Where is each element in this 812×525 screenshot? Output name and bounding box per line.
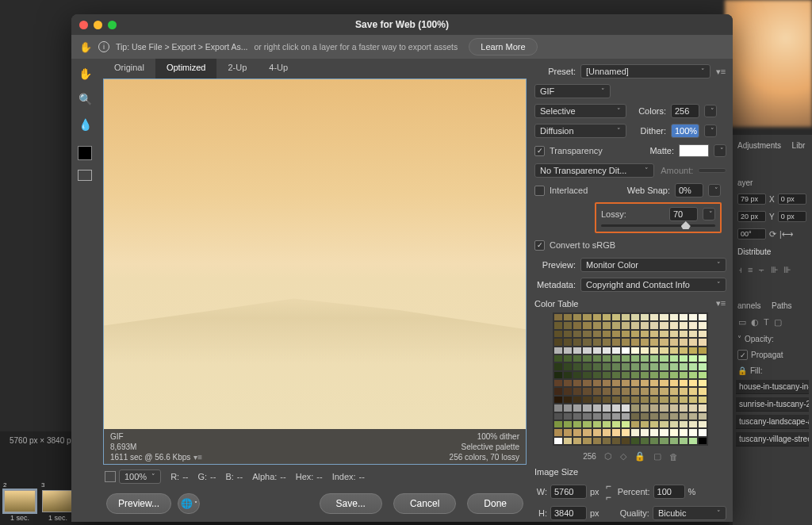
- color-swatch[interactable]: [573, 347, 582, 354]
- color-swatch[interactable]: [630, 347, 640, 354]
- browser-preview-button[interactable]: 🌐˅: [178, 493, 200, 514]
- color-swatch[interactable]: [679, 362, 688, 370]
- color-swatch[interactable]: [553, 387, 563, 395]
- color-swatch[interactable]: [573, 428, 582, 436]
- color-swatch[interactable]: [582, 371, 592, 379]
- color-swatch[interactable]: [688, 420, 698, 428]
- color-swatch[interactable]: [679, 437, 688, 445]
- color-swatch[interactable]: [553, 379, 563, 387]
- color-swatch[interactable]: [649, 404, 659, 412]
- color-swatch[interactable]: [621, 330, 630, 338]
- color-swatch[interactable]: [669, 404, 679, 412]
- color-swatch[interactable]: [630, 354, 640, 362]
- color-swatch[interactable]: [640, 412, 649, 420]
- color-swatch[interactable]: [698, 404, 707, 412]
- color-swatch[interactable]: [573, 404, 582, 412]
- width-input[interactable]: 5760: [550, 485, 587, 499]
- color-swatch[interactable]: [592, 379, 602, 387]
- color-swatch[interactable]: [563, 354, 573, 362]
- layer-item[interactable]: house-in-tuscany-in-th: [736, 380, 809, 394]
- color-swatch[interactable]: [573, 330, 582, 338]
- color-swatch[interactable]: [563, 428, 573, 436]
- hand-tool[interactable]: ✋: [75, 65, 94, 82]
- color-swatch[interactable]: [688, 362, 698, 370]
- color-swatch[interactable]: [688, 354, 698, 362]
- color-swatch[interactable]: [679, 396, 688, 404]
- color-swatch[interactable]: [582, 354, 592, 362]
- color-swatch[interactable]: [679, 420, 688, 428]
- foreground-swatch[interactable]: [78, 146, 92, 160]
- color-swatch[interactable]: [553, 330, 563, 338]
- propagate-check[interactable]: ✓: [737, 350, 748, 360]
- preset-select[interactable]: [Unnamed]˅: [580, 64, 710, 79]
- color-swatch[interactable]: [582, 420, 592, 428]
- color-swatch[interactable]: [630, 396, 640, 404]
- ct-icon[interactable]: ▢: [653, 451, 661, 462]
- color-swatch[interactable]: [630, 338, 640, 346]
- color-swatch[interactable]: [649, 420, 659, 428]
- tab-optimized[interactable]: Optimized: [155, 59, 217, 79]
- color-swatch[interactable]: [640, 404, 649, 412]
- color-swatch[interactable]: [669, 396, 679, 404]
- tab-2up[interactable]: 2-Up: [216, 59, 258, 79]
- color-swatch[interactable]: [573, 321, 582, 329]
- color-swatch[interactable]: [611, 379, 621, 387]
- ct-icon[interactable]: ◇: [620, 451, 626, 462]
- color-swatch[interactable]: [649, 396, 659, 404]
- color-swatch[interactable]: [649, 387, 659, 395]
- color-swatch[interactable]: [563, 420, 573, 428]
- color-swatch[interactable]: [640, 420, 649, 428]
- color-swatch[interactable]: [688, 428, 698, 436]
- color-swatch[interactable]: [611, 313, 621, 321]
- color-swatch[interactable]: [698, 354, 707, 362]
- color-swatch[interactable]: [630, 362, 640, 370]
- color-swatch[interactable]: [582, 362, 592, 370]
- layer-item[interactable]: tuscany-landscape-at-: [736, 415, 809, 429]
- color-swatch[interactable]: [679, 412, 688, 420]
- color-swatch[interactable]: [698, 347, 707, 354]
- color-swatch[interactable]: [698, 379, 707, 387]
- paths-tab[interactable]: Paths: [772, 301, 792, 310]
- color-swatch[interactable]: [602, 330, 611, 338]
- color-swatch[interactable]: [611, 362, 621, 370]
- color-swatch[interactable]: [592, 354, 602, 362]
- color-swatch[interactable]: [592, 396, 602, 404]
- color-swatch[interactable]: [611, 420, 621, 428]
- color-swatch[interactable]: [649, 379, 659, 387]
- color-swatch[interactable]: [640, 330, 649, 338]
- matte-swatch[interactable]: [679, 144, 709, 157]
- color-swatch[interactable]: [582, 396, 592, 404]
- color-swatch[interactable]: [563, 313, 573, 321]
- color-swatch[interactable]: [669, 313, 679, 321]
- color-swatch[interactable]: [698, 330, 707, 338]
- color-swatch[interactable]: [573, 396, 582, 404]
- color-swatch[interactable]: [630, 313, 640, 321]
- color-swatch[interactable]: [621, 347, 630, 354]
- color-swatch[interactable]: [698, 371, 707, 379]
- color-swatch[interactable]: [679, 371, 688, 379]
- color-swatch[interactable]: [679, 338, 688, 346]
- color-swatch[interactable]: [582, 387, 592, 395]
- color-swatch[interactable]: [553, 404, 563, 412]
- color-swatch[interactable]: [669, 437, 679, 445]
- color-swatch[interactable]: [573, 387, 582, 395]
- color-swatch[interactable]: [649, 330, 659, 338]
- color-swatch[interactable]: [688, 404, 698, 412]
- color-swatch[interactable]: [553, 321, 563, 329]
- color-swatch[interactable]: [659, 371, 668, 379]
- color-swatch[interactable]: [621, 412, 630, 420]
- color-swatch[interactable]: [659, 428, 668, 436]
- color-swatch[interactable]: [688, 321, 698, 329]
- color-swatch[interactable]: [669, 347, 679, 354]
- color-swatch[interactable]: [669, 420, 679, 428]
- color-swatch[interactable]: [602, 321, 611, 329]
- color-swatch[interactable]: [553, 347, 563, 354]
- color-swatch[interactable]: [592, 371, 602, 379]
- color-swatch[interactable]: [659, 354, 668, 362]
- color-swatch[interactable]: [679, 313, 688, 321]
- color-swatch[interactable]: [630, 371, 640, 379]
- color-swatch[interactable]: [563, 362, 573, 370]
- color-swatch[interactable]: [563, 387, 573, 395]
- preview-canvas[interactable]: GIF 8,693M 1611 sec @ 56.6 Kbps▾≡ 100% d…: [103, 79, 527, 465]
- color-swatch[interactable]: [573, 362, 582, 370]
